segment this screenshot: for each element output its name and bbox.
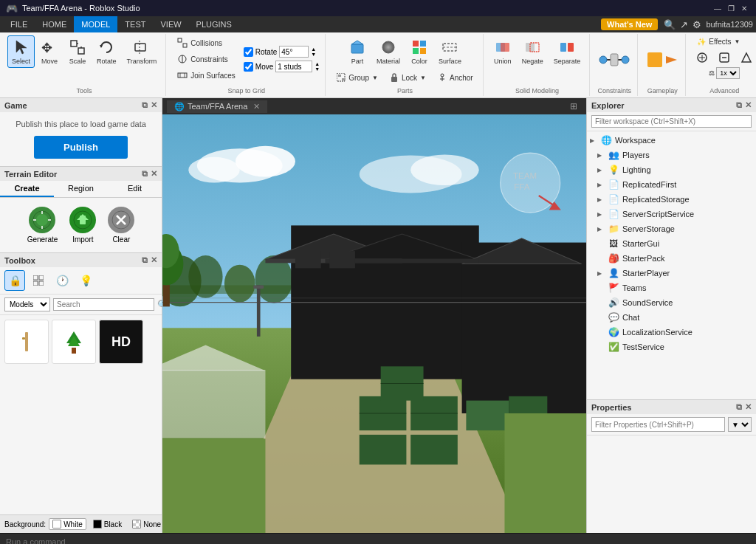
join-surfaces-button[interactable]: Join Surfaces bbox=[172, 68, 241, 83]
terrain-panel-close[interactable]: ✕ bbox=[151, 169, 157, 179]
bg-white-option[interactable]: White bbox=[49, 518, 86, 530]
terrain-import-tool[interactable]: Import bbox=[66, 204, 99, 247]
move-up-arrow[interactable]: ▲ bbox=[314, 61, 320, 66]
share-icon[interactable]: ↗ bbox=[680, 19, 688, 30]
move-checkbox-label[interactable]: Move ▲ ▼ bbox=[244, 61, 320, 72]
menu-test[interactable]: TEST bbox=[117, 16, 153, 32]
tree-item-teams[interactable]: 🚩 Teams bbox=[587, 280, 756, 295]
terrain-clear-tool[interactable]: Clear bbox=[105, 204, 137, 247]
rotate-checkbox[interactable] bbox=[244, 47, 253, 57]
window-controls[interactable]: — ❐ ✕ bbox=[712, 2, 750, 14]
toolbox-category-select[interactable]: Models Meshes Images Audio bbox=[4, 297, 50, 311]
tree-item-serverscriptservice[interactable]: ▶ 📄 ServerScriptService bbox=[587, 207, 756, 221]
part-button[interactable]: Part bbox=[344, 35, 371, 68]
explorer-panel-controls[interactable]: ⧉ ✕ bbox=[736, 100, 752, 110]
viewport-maximize[interactable]: ⊞ bbox=[570, 101, 577, 111]
tree-item-soundservice[interactable]: 🔊 SoundService bbox=[587, 295, 756, 310]
toolbox-panel-controls[interactable]: ⧉ ✕ bbox=[142, 255, 157, 265]
tree-item-replicatedfirst[interactable]: ▶ 📄 ReplicatedFirst bbox=[587, 177, 756, 192]
explorer-float[interactable]: ⧉ bbox=[736, 100, 742, 110]
group-button[interactable]: Group ▼ bbox=[331, 71, 383, 84]
move-button[interactable]: ✥ Move bbox=[36, 35, 63, 68]
color-button[interactable]: Color bbox=[406, 35, 433, 68]
toolbox-item-hd[interactable]: HD bbox=[99, 320, 143, 364]
tree-item-replicatedstorage[interactable]: ▶ 📄 ReplicatedStorage bbox=[587, 192, 756, 207]
tree-item-starterpack[interactable]: 🎒 StarterPack bbox=[587, 251, 756, 266]
terrain-panel-float[interactable]: ⧉ bbox=[142, 169, 148, 179]
tree-item-testservice[interactable]: ✅ TestService bbox=[587, 340, 756, 354]
tree-item-serverstorage[interactable]: ▶ 📁 ServerStorage bbox=[587, 221, 756, 236]
terrain-tab-create[interactable]: Create bbox=[0, 181, 54, 197]
surface-button[interactable]: Surface bbox=[434, 35, 466, 68]
properties-float[interactable]: ⧉ bbox=[736, 402, 742, 412]
toolbox-grid-btn[interactable] bbox=[28, 270, 49, 291]
advanced-btn2[interactable] bbox=[714, 49, 735, 66]
toolbox-clock-btn[interactable]: 🕐 bbox=[52, 270, 72, 291]
rotate-button[interactable]: Rotate bbox=[92, 35, 121, 68]
whats-new-button[interactable]: What's New bbox=[601, 18, 658, 30]
anchor-button[interactable]: Anchor bbox=[433, 71, 478, 84]
constraints-button[interactable]: Constraints bbox=[172, 52, 241, 66]
rotate-checkbox-label[interactable]: Rotate ▲ ▼ bbox=[244, 46, 320, 58]
terrain-generate-tool[interactable]: Generate bbox=[24, 204, 61, 247]
menu-model[interactable]: MODEL bbox=[74, 16, 117, 32]
advanced-btn3[interactable] bbox=[736, 49, 756, 66]
lock-button[interactable]: Lock ▼ bbox=[385, 71, 431, 84]
effects-button[interactable]: ✨ Effects ▼ bbox=[692, 35, 756, 48]
bg-black-option[interactable]: Black bbox=[89, 518, 126, 530]
search-icon[interactable]: 🔍 bbox=[664, 19, 676, 30]
collisions-button[interactable]: Collisions bbox=[172, 35, 241, 50]
game-panel-float[interactable]: ⧉ bbox=[142, 100, 148, 110]
toolbox-panel-close[interactable]: ✕ bbox=[151, 255, 157, 265]
material-button[interactable]: Material bbox=[372, 35, 405, 68]
properties-panel-controls[interactable]: ⧉ ✕ bbox=[736, 402, 752, 412]
close-button[interactable]: ✕ bbox=[738, 2, 750, 14]
advanced-btn1[interactable] bbox=[692, 49, 712, 66]
scale-select[interactable]: 1x bbox=[716, 67, 740, 79]
toolbox-bulb-btn[interactable]: 💡 bbox=[75, 270, 96, 291]
viewport-scene[interactable]: TEAM FFA bbox=[162, 114, 586, 533]
tree-item-startergui[interactable]: 🖼 StarterGui bbox=[587, 236, 756, 251]
union-button[interactable]: Union bbox=[489, 35, 516, 68]
toolbox-item-stick[interactable] bbox=[4, 320, 49, 364]
terrain-tab-edit[interactable]: Edit bbox=[108, 181, 162, 197]
tree-item-chat[interactable]: 💬 Chat bbox=[587, 310, 756, 325]
properties-filter-select[interactable]: ▼ bbox=[728, 417, 752, 432]
toolbox-panel-float[interactable]: ⧉ bbox=[142, 255, 148, 265]
tree-item-localizationservice[interactable]: 🌍 LocalizationService bbox=[587, 325, 756, 340]
explorer-close[interactable]: ✕ bbox=[745, 100, 752, 110]
game-panel-controls[interactable]: ⧉ ✕ bbox=[142, 100, 157, 110]
tree-item-workspace[interactable]: ▶ 🌐 Workspace bbox=[587, 133, 756, 148]
bg-none-option[interactable]: None bbox=[128, 518, 165, 530]
command-input[interactable] bbox=[6, 537, 750, 545]
settings-icon[interactable]: ⚙ bbox=[693, 19, 701, 30]
explorer-filter-input[interactable] bbox=[591, 115, 752, 128]
move-checkbox[interactable] bbox=[244, 62, 253, 72]
maximize-button[interactable]: ❐ bbox=[725, 2, 737, 14]
rotate-arrows[interactable]: ▲ ▼ bbox=[310, 47, 317, 57]
scale-button[interactable]: Scale bbox=[64, 35, 91, 68]
viewport-tab-arena[interactable]: 🌐 Team/FFA Arena ✕ bbox=[167, 100, 267, 113]
transform-button[interactable]: Transform bbox=[123, 35, 162, 68]
minimize-button[interactable]: — bbox=[712, 2, 724, 14]
select-button[interactable]: Select bbox=[7, 35, 35, 68]
rotate-down-arrow[interactable]: ▼ bbox=[310, 52, 317, 57]
tree-item-players[interactable]: ▶ 👥 Players bbox=[587, 148, 756, 162]
menu-view[interactable]: VIEW bbox=[153, 16, 188, 32]
terrain-tab-region[interactable]: Region bbox=[54, 181, 108, 197]
move-arrows[interactable]: ▲ ▼ bbox=[314, 61, 320, 72]
game-panel-close[interactable]: ✕ bbox=[151, 100, 157, 110]
separate-button[interactable]: Separate bbox=[549, 35, 585, 68]
menu-file[interactable]: FILE bbox=[3, 16, 35, 32]
move-value-input[interactable] bbox=[275, 61, 312, 72]
move-down-arrow[interactable]: ▼ bbox=[314, 66, 320, 72]
terrain-panel-controls[interactable]: ⧉ ✕ bbox=[142, 169, 157, 179]
menu-plugins[interactable]: PLUGINS bbox=[189, 16, 239, 32]
toolbox-item-tree[interactable] bbox=[52, 320, 96, 364]
rotate-up-arrow[interactable]: ▲ bbox=[310, 47, 317, 52]
rotate-value-input[interactable] bbox=[279, 46, 309, 58]
toolbox-search-input[interactable] bbox=[53, 298, 154, 311]
publish-button[interactable]: Publish bbox=[34, 136, 128, 159]
tree-item-lighting[interactable]: ▶ 💡 Lighting bbox=[587, 162, 756, 177]
viewport-tab-close[interactable]: ✕ bbox=[253, 102, 260, 111]
